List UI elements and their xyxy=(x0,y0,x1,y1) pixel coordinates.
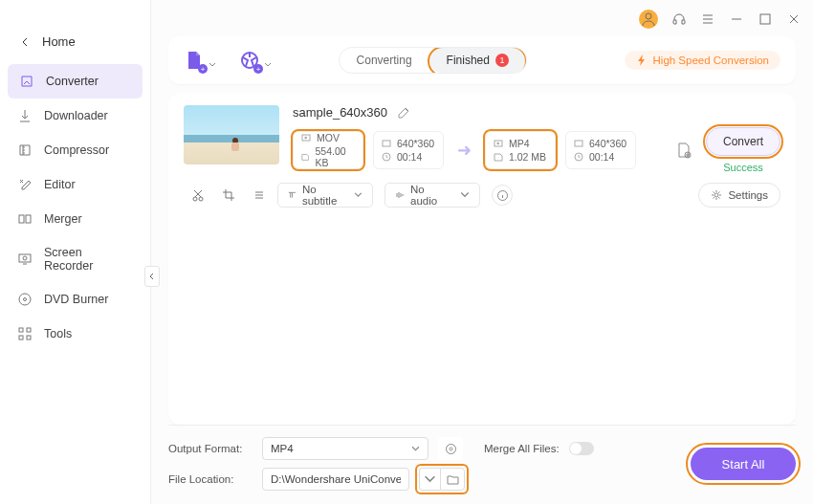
svg-rect-3 xyxy=(26,215,31,223)
video-thumbnail[interactable] xyxy=(184,105,279,164)
home-nav[interactable]: Home xyxy=(0,27,150,64)
toolbar: + + Converting Finished 1 xyxy=(168,36,796,84)
svg-point-25 xyxy=(450,448,452,450)
output-settings-icon[interactable] xyxy=(675,142,692,159)
svg-rect-1 xyxy=(760,14,770,24)
target-resolution-box: 640*360 00:14 xyxy=(565,131,636,169)
start-all-button-wrap: Start All xyxy=(691,448,796,480)
file-card: sample_640x360 MOV 554.00 KB 640*360 00:… xyxy=(184,105,780,173)
svg-point-21 xyxy=(199,197,203,201)
svg-point-7 xyxy=(24,298,27,301)
sidebar-item-editor[interactable]: Editor xyxy=(0,167,150,202)
sidebar: Home Converter Downloader Compressor Edi… xyxy=(0,0,151,504)
file-location-dropdown[interactable] xyxy=(419,468,440,491)
sidebar-item-dvd-burner[interactable]: DVD Burner xyxy=(0,282,150,317)
finished-badge: 1 xyxy=(495,54,509,67)
crop-icon[interactable] xyxy=(222,188,235,202)
svg-rect-17 xyxy=(575,141,582,146)
list-icon[interactable] xyxy=(253,188,266,202)
svg-point-6 xyxy=(19,294,31,305)
file-location-input[interactable]: D:\Wondershare UniConverter 1 xyxy=(262,468,409,491)
open-folder-button[interactable] xyxy=(440,468,465,491)
svg-rect-10 xyxy=(19,336,23,340)
collapse-sidebar-button[interactable] xyxy=(144,266,160,287)
source-format-box: MOV 554.00 KB xyxy=(293,131,363,169)
svg-rect-8 xyxy=(19,328,23,332)
output-format-select[interactable]: MP4 xyxy=(262,437,428,460)
sidebar-item-merger[interactable]: Merger xyxy=(0,202,150,236)
sidebar-item-compressor[interactable]: Compressor xyxy=(0,133,150,167)
file-name: sample_640x360 xyxy=(293,105,387,120)
add-file-button[interactable]: + xyxy=(184,50,205,71)
maximize-icon[interactable] xyxy=(758,11,773,27)
settings-button[interactable]: Settings xyxy=(698,183,780,208)
svg-rect-14 xyxy=(383,141,390,146)
sidebar-item-converter[interactable]: Converter xyxy=(8,64,143,99)
user-avatar-icon[interactable] xyxy=(639,10,658,29)
merge-label: Merge All Files: xyxy=(484,443,560,454)
status-label: Success xyxy=(723,162,763,173)
file-location-label: File Location: xyxy=(168,473,253,485)
svg-point-5 xyxy=(23,256,27,260)
output-format-label: Output Format: xyxy=(168,443,253,454)
trim-icon[interactable] xyxy=(191,188,205,202)
menu-icon[interactable] xyxy=(700,11,715,27)
svg-rect-4 xyxy=(19,254,31,262)
add-url-button[interactable]: + xyxy=(239,50,260,71)
merge-toggle[interactable] xyxy=(569,442,594,455)
edit-name-icon[interactable] xyxy=(397,106,410,120)
start-all-button[interactable]: Start All xyxy=(691,448,796,480)
minimize-icon[interactable] xyxy=(729,11,744,27)
svg-point-20 xyxy=(193,197,197,201)
convert-button[interactable]: Convert xyxy=(706,127,780,156)
sidebar-item-screen-recorder[interactable]: Screen Recorder xyxy=(0,236,150,282)
headset-icon[interactable] xyxy=(671,11,687,27)
subtitle-select[interactable]: No subtitle xyxy=(277,183,373,208)
close-icon[interactable] xyxy=(786,11,802,27)
svg-point-24 xyxy=(446,444,455,453)
arrow-icon: ➜ xyxy=(453,140,475,161)
tab-converting[interactable]: Converting xyxy=(340,48,429,73)
audio-select[interactable]: No audio xyxy=(385,183,480,208)
svg-rect-2 xyxy=(19,215,24,223)
output-format-settings-icon[interactable] xyxy=(438,437,463,460)
tab-finished[interactable]: Finished 1 xyxy=(429,48,526,73)
svg-rect-11 xyxy=(27,336,31,340)
sidebar-item-tools[interactable]: Tools xyxy=(0,317,150,351)
svg-point-0 xyxy=(646,13,651,19)
home-label: Home xyxy=(42,34,76,49)
target-format-box[interactable]: MP4 1.02 MB xyxy=(485,131,556,169)
source-resolution-box: 640*360 00:14 xyxy=(373,131,444,169)
high-speed-conversion-button[interactable]: High Speed Conversion xyxy=(625,51,780,70)
status-tabs: Converting Finished 1 xyxy=(339,47,527,74)
sidebar-item-downloader[interactable]: Downloader xyxy=(0,99,150,133)
svg-point-23 xyxy=(714,193,718,197)
svg-rect-9 xyxy=(27,328,31,332)
info-icon[interactable] xyxy=(492,185,513,206)
